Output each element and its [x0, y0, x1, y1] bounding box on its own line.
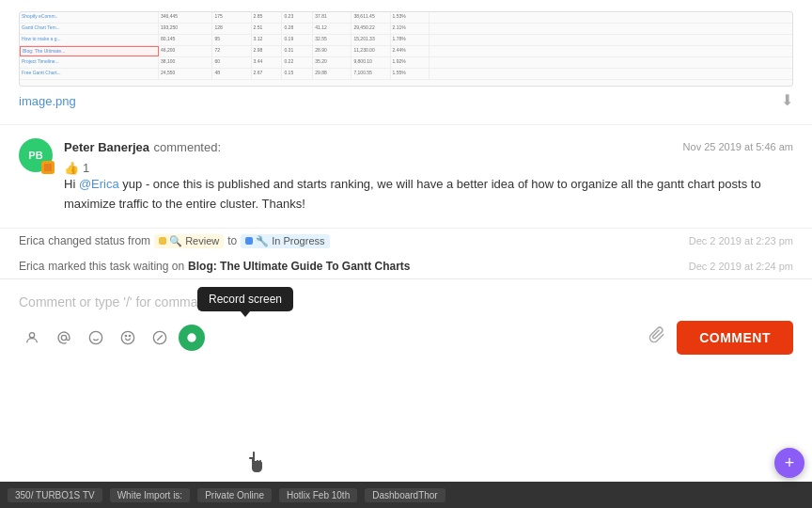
status-dot-yellow	[159, 237, 166, 245]
smiley-icon[interactable]	[83, 325, 109, 351]
bottom-taskbar: 350/ TURBO1S TV White Import is: Private…	[0, 482, 812, 508]
avatar: PB	[19, 138, 53, 172]
status-dot-blue	[245, 237, 253, 245]
comment-mention[interactable]: @Erica	[79, 177, 119, 191]
activity-left-2: Erica marked this task waiting on Blog: …	[19, 260, 411, 273]
activity-actor-1: Erica	[19, 234, 44, 247]
activity-row-1: Erica changed status from 🔍 Review to 🔧 …	[0, 229, 812, 254]
taskbar-item-3[interactable]: Private Online	[197, 488, 272, 502]
cursor-hand	[247, 452, 266, 474]
comment-block: PB Peter Banerjea commented: Nov 25 2019…	[0, 125, 812, 229]
attachment-icon[interactable]	[648, 326, 665, 348]
svg-point-6	[125, 335, 126, 336]
svg-point-1	[61, 335, 66, 340]
taskbar-item-5[interactable]: DashboardThor	[365, 488, 445, 502]
toolbar-right: COMMENT	[648, 321, 793, 355]
svg-point-10	[187, 333, 195, 341]
comment-content: Peter Banerjea commented: Nov 25 2019 at…	[64, 138, 793, 214]
avatar-badge	[41, 161, 55, 174]
activity-row-2: Erica marked this task waiting on Blog: …	[0, 254, 812, 278]
activity-actor-2: Erica	[19, 260, 44, 273]
activity-timestamp-2: Dec 2 2019 at 2:24 pm	[689, 261, 793, 272]
comment-text-post: yup - once this is published and starts …	[64, 177, 761, 211]
status-badge-review: 🔍 Review	[154, 234, 224, 248]
like-count: 1	[83, 161, 89, 175]
thumbs-up-icon[interactable]: 👍	[64, 161, 79, 175]
spreadsheet-preview: Shopify eComm.. 346,445 175 2.85 0.23 37…	[19, 11, 793, 87]
comment-placeholder[interactable]: Comment or type '/' for commands	[19, 291, 793, 313]
comment-input-area[interactable]: Comment or type '/' for commands Record …	[0, 278, 812, 482]
taskbar-item-4[interactable]: Hotlix Feb 10th	[279, 488, 357, 502]
svg-line-9	[157, 335, 162, 340]
fab-button[interactable]: +	[774, 448, 804, 478]
activity-to-1: to	[227, 234, 237, 247]
emoji-icon[interactable]	[115, 325, 141, 351]
like-area[interactable]: 👍 1	[64, 161, 793, 175]
person-icon[interactable]	[19, 325, 45, 351]
at-icon[interactable]	[51, 325, 77, 351]
svg-point-2	[89, 331, 102, 343]
comment-toolbar: COMMENT	[19, 313, 793, 355]
record-screen-tooltip: Record screen	[197, 287, 293, 311]
svg-point-7	[129, 335, 130, 336]
comment-text: Hi @Erica yup - once this is published a…	[64, 175, 793, 214]
comment-header: Peter Banerjea commented: Nov 25 2019 at…	[64, 138, 793, 155]
comment-timestamp: Nov 25 2019 at 5:46 am	[683, 141, 793, 152]
status-badge-inprogress: 🔧 In Progress	[241, 234, 329, 248]
main-container: Shopify eComm.. 346,445 175 2.85 0.23 37…	[0, 0, 812, 508]
image-filename[interactable]: image.png	[19, 94, 76, 108]
comment-action: commented:	[154, 140, 222, 154]
image-attachment-block: Shopify eComm.. 346,445 175 2.85 0.23 37…	[0, 0, 812, 125]
task-link[interactable]: Blog: The Ultimate Guide To Gantt Charts	[188, 260, 410, 273]
toolbar-left	[19, 325, 205, 351]
comment-author: Peter Banerjea	[64, 140, 149, 154]
slash-icon[interactable]	[147, 325, 173, 351]
activity-action-1: changed status from	[48, 234, 150, 247]
svg-point-5	[121, 331, 133, 343]
taskbar-item-1[interactable]: 350/ TURBO1S TV	[8, 488, 102, 502]
activity-left-1: Erica changed status from 🔍 Review to 🔧 …	[19, 234, 330, 248]
comment-button[interactable]: COMMENT	[677, 321, 793, 355]
taskbar-item-2[interactable]: White Import is:	[110, 488, 190, 502]
activity-timestamp-1: Dec 2 2019 at 2:23 pm	[689, 235, 793, 246]
record-icon[interactable]	[179, 325, 205, 351]
activity-action-2: marked this task waiting on	[48, 260, 184, 273]
svg-point-0	[29, 332, 34, 337]
comment-text-pre: Hi	[64, 177, 79, 191]
download-icon[interactable]: ⬇	[781, 91, 793, 109]
